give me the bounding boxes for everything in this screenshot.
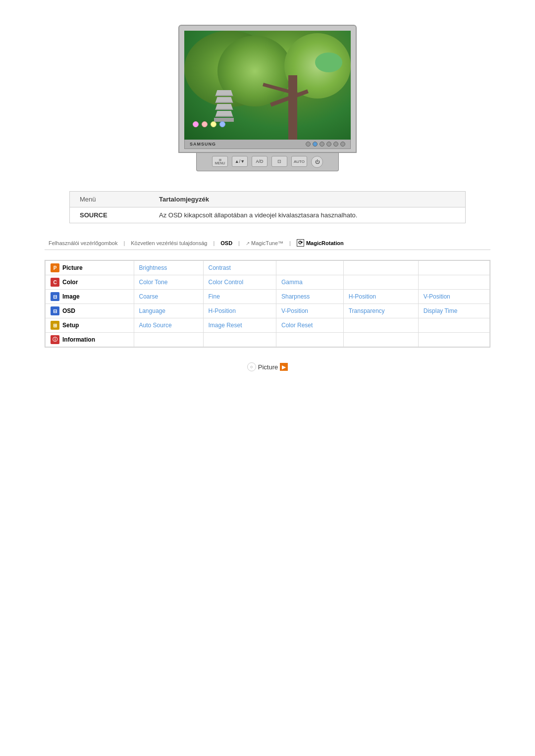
- osd-table: P Picture Brightness Contrast C: [45, 260, 490, 347]
- dot-6: [340, 142, 345, 147]
- brightness-cell[interactable]: Brightness: [134, 261, 203, 275]
- power-button[interactable]: ⏻: [311, 156, 323, 168]
- h-position-image-cell[interactable]: H-Position: [343, 290, 418, 304]
- image-row-label: Image: [62, 293, 80, 300]
- empty-cell-6: [343, 318, 418, 333]
- dot-2: [313, 142, 318, 147]
- information-label-cell: ⓘ Information: [46, 333, 134, 347]
- tab-magicrotation[interactable]: ⟳ MagicRotation: [293, 238, 348, 248]
- image-reset-link[interactable]: Image Reset: [209, 322, 242, 329]
- tab-direct-control[interactable]: Közvetlen vezérlési tulajdonság: [127, 239, 211, 247]
- info-empty-5: [418, 333, 489, 347]
- menu-button[interactable]: ⊞MENU: [212, 156, 228, 167]
- color-reset-cell[interactable]: Color Reset: [276, 318, 344, 333]
- table-row: P Picture Brightness Contrast: [46, 261, 490, 275]
- updown-button[interactable]: ▲/▼: [232, 156, 248, 167]
- monitor-controls-bar: ⊞MENU ▲/▼ A/D ⊡ AUTO ⏻: [196, 153, 339, 171]
- h-position-osd-cell[interactable]: H-Position: [203, 304, 276, 318]
- coarse-link[interactable]: Coarse: [139, 293, 159, 300]
- info-empty-1: [134, 333, 203, 347]
- contrast-link[interactable]: Contrast: [209, 264, 231, 271]
- color-tone-link[interactable]: Color Tone: [139, 279, 168, 286]
- empty-cell-1: [276, 261, 344, 275]
- gamma-link[interactable]: Gamma: [281, 279, 303, 286]
- empty-cell-3: [418, 261, 489, 275]
- v-position-osd-cell[interactable]: V-Position: [276, 304, 344, 318]
- color-reset-link[interactable]: Color Reset: [281, 322, 313, 329]
- auto-button[interactable]: AUTO: [291, 156, 307, 167]
- h-position-image-link[interactable]: H-Position: [349, 293, 376, 300]
- picture-nav-circle-icon: ○: [247, 362, 256, 371]
- picture-nav-arrow-icon: ▶: [280, 363, 288, 371]
- osd-table-container: P Picture Brightness Contrast C: [45, 260, 490, 348]
- setup-label-cell: ⊞ Setup: [46, 318, 134, 333]
- coarse-cell[interactable]: Coarse: [134, 290, 203, 304]
- color-icon: C: [51, 278, 59, 287]
- color-label-cell: C Color: [46, 275, 134, 290]
- table-row: ⊟ OSD Language H-Position V-Position Tra…: [46, 304, 490, 318]
- tab-osd[interactable]: OSD: [216, 239, 236, 247]
- picture-label-cell: P Picture: [46, 261, 134, 275]
- monitor-brand-bar: SAMSUNG: [184, 140, 351, 149]
- ad-button[interactable]: A/D: [252, 156, 268, 167]
- sharpness-cell[interactable]: Sharpness: [276, 290, 344, 304]
- language-link[interactable]: Language: [139, 307, 165, 314]
- image-reset-cell[interactable]: Image Reset: [203, 318, 276, 333]
- information-row-label: Information: [62, 336, 95, 343]
- osd-row-label: OSD: [62, 307, 75, 314]
- tab-magictune[interactable]: ↗ MagicTune™: [242, 239, 287, 247]
- dot-5: [333, 142, 338, 147]
- transparency-cell[interactable]: Transparency: [343, 304, 418, 318]
- empty-cell-2: [343, 261, 418, 275]
- setup-row-label: Setup: [62, 322, 79, 329]
- navigation-tabs: Felhasználói vezérlőgombok | Közvetlen v…: [45, 238, 490, 250]
- v-position-image-cell[interactable]: V-Position: [418, 290, 489, 304]
- image-icon: ⊟: [51, 292, 59, 301]
- dot-4: [326, 142, 331, 147]
- header-toc-label: Tartalomjegyzék: [159, 196, 209, 203]
- picture-row-label: Picture: [62, 264, 83, 271]
- monitor-frame: SAMSUNG: [178, 25, 357, 153]
- display-time-cell[interactable]: Display Time: [418, 304, 489, 318]
- menu-table-row: SOURCE Az OSD kikapcsolt állapotában a v…: [70, 207, 465, 223]
- menu-table-header: Menü Tartalomjegyzék: [70, 192, 465, 207]
- menu-table: Menü Tartalomjegyzék SOURCE Az OSD kikap…: [69, 191, 466, 223]
- sharpness-link[interactable]: Sharpness: [281, 293, 310, 300]
- table-row: ⊞ Setup Auto Source Image Reset Color Re…: [46, 318, 490, 333]
- color-control-link[interactable]: Color Control: [209, 279, 244, 286]
- contrast-cell[interactable]: Contrast: [203, 261, 276, 275]
- source-label: SOURCE: [80, 211, 119, 219]
- info-empty-2: [203, 333, 276, 347]
- info-empty-4: [343, 333, 418, 347]
- information-icon: ⓘ: [51, 335, 59, 344]
- color-control-cell[interactable]: Color Control: [203, 275, 276, 290]
- header-menu-label: Menü: [80, 196, 119, 203]
- picture-icon: P: [51, 263, 59, 272]
- color-row-label: Color: [62, 279, 78, 286]
- brightness-link[interactable]: Brightness: [139, 264, 167, 271]
- auto-source-cell[interactable]: Auto Source: [134, 318, 203, 333]
- auto-source-link[interactable]: Auto Source: [139, 322, 172, 329]
- display-time-link[interactable]: Display Time: [424, 307, 458, 314]
- osd-icon: ⊟: [51, 306, 59, 315]
- empty-cell-4: [343, 275, 418, 290]
- h-position-osd-link[interactable]: H-Position: [209, 307, 236, 314]
- fine-link[interactable]: Fine: [209, 293, 220, 300]
- source-description: Az OSD kikapcsolt állapotában a videojel…: [159, 211, 357, 219]
- empty-cell-7: [418, 318, 489, 333]
- image-label-cell: ⊟ Image: [46, 290, 134, 304]
- select-button[interactable]: ⊡: [271, 156, 287, 167]
- language-cell[interactable]: Language: [134, 304, 203, 318]
- color-tone-cell[interactable]: Color Tone: [134, 275, 203, 290]
- gamma-cell[interactable]: Gamma: [276, 275, 344, 290]
- v-position-osd-link[interactable]: V-Position: [281, 307, 308, 314]
- transparency-link[interactable]: Transparency: [349, 307, 385, 314]
- osd-label-cell: ⊟ OSD: [46, 304, 134, 318]
- fine-cell[interactable]: Fine: [203, 290, 276, 304]
- monitor-dots: [306, 142, 345, 147]
- v-position-image-link[interactable]: V-Position: [424, 293, 450, 300]
- tab-user-controls[interactable]: Felhasználói vezérlőgombok: [45, 239, 121, 247]
- dot-3: [320, 142, 324, 147]
- samsung-logo: SAMSUNG: [190, 142, 216, 147]
- table-row: ⓘ Information: [46, 333, 490, 347]
